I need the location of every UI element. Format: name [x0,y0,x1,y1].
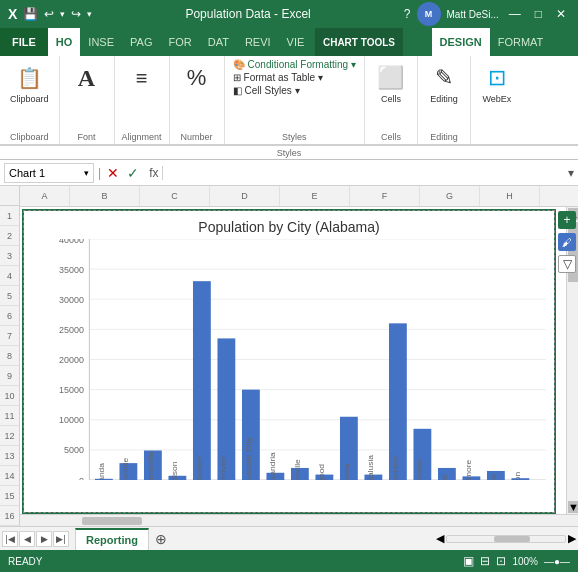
hscroll-mini-thumb[interactable] [494,536,529,542]
row-header-4[interactable]: 4 [0,266,19,286]
row-header-11[interactable]: 11 [0,406,19,426]
col-header-b[interactable]: B [70,186,140,206]
svg-text:Addison: Addison [171,462,180,480]
format-as-table-btn[interactable]: ⊞ Format as Table ▾ [229,71,360,84]
font-btn[interactable]: A [67,60,107,96]
ribbon-group-styles: 🎨 Conditional Formatting ▾ ⊞ Format as T… [225,56,365,144]
tab-nav-next[interactable]: ▶ [36,531,52,547]
zoom-slider[interactable]: —●— [544,556,570,567]
editing-icon: ✎ [428,62,460,94]
row-header-1[interactable]: 1 [0,206,19,226]
row-header-13[interactable]: 13 [0,446,19,466]
sheet-tab-reporting[interactable]: Reporting [75,528,149,550]
conditional-formatting-btn[interactable]: 🎨 Conditional Formatting ▾ [229,58,360,71]
col-header-f[interactable]: F [350,186,420,206]
help-icon[interactable]: ? [404,7,411,21]
row-header-7[interactable]: 7 [0,326,19,346]
cells-btn[interactable]: ⬜ Cells [371,60,411,106]
clipboard-buttons: 📋 Clipboard [6,60,53,142]
row-header-9[interactable]: 9 [0,366,19,386]
tab-nav-last[interactable]: ▶| [53,531,69,547]
add-sheet-button[interactable]: ⊕ [151,529,171,549]
clipboard-btn[interactable]: 📋 Clipboard [6,60,53,106]
col-header-d[interactable]: D [210,186,280,206]
corner-cell [0,186,19,206]
hscroll-mini[interactable] [446,535,566,543]
tab-nav-first[interactable]: |◀ [2,531,18,547]
page-break-btn[interactable]: ⊡ [496,554,506,568]
row-header-3[interactable]: 3 [0,246,19,266]
formula-input[interactable] [171,163,564,183]
row-header-2[interactable]: 2 [0,226,19,246]
column-headers: A B C D E F G H [20,186,578,207]
chart-style-btn[interactable]: 🖌 [558,233,576,251]
tab-review[interactable]: REVI [237,28,279,56]
conditional-formatting-label: Conditional Formatting ▾ [248,59,356,70]
page-layout-btn[interactable]: ⊟ [480,554,490,568]
formula-fx-label: fx [145,166,163,180]
tab-insert[interactable]: INSE [80,28,122,56]
font-icon: A [71,62,103,94]
cell-styles-btn[interactable]: ◧ Cell Styles ▾ [229,84,360,97]
scrollbar-down-arrow[interactable]: ▼ [568,501,578,513]
col-header-g[interactable]: G [420,186,480,206]
chart-add-element-btn[interactable]: + [558,211,576,229]
maximize-button[interactable]: □ [531,7,546,21]
tab-design[interactable]: DESIGN [432,28,490,56]
row-header-10[interactable]: 10 [0,386,19,406]
minimize-button[interactable]: — [505,7,525,21]
close-button[interactable]: ✕ [552,7,570,21]
tab-formulas[interactable]: FOR [160,28,199,56]
chart-filter-btn[interactable]: ▽ [558,255,576,273]
formula-cancel-btn[interactable]: ✕ [105,165,121,181]
col-header-e[interactable]: E [280,186,350,206]
grid-cell-area: Population by City (Alabama) [20,207,578,514]
row-header-16[interactable]: 16 [0,506,19,526]
webex-btn[interactable]: ⊡ WebEx [477,60,517,106]
col-header-c[interactable]: C [140,186,210,206]
col-header-a[interactable]: A [20,186,70,206]
svg-text:Anderson: Anderson [391,456,400,480]
row-header-14[interactable]: 14 [0,466,19,486]
row-header-15[interactable]: 15 [0,486,19,506]
tab-nav-prev[interactable]: ◀ [19,531,35,547]
quick-access-redo[interactable]: ↪ [71,7,81,21]
tab-page[interactable]: PAG [122,28,160,56]
user-avatar[interactable]: M [417,2,441,26]
normal-view-btn[interactable]: ▣ [463,554,474,568]
name-box[interactable]: Chart 1 ▾ [4,163,94,183]
tab-file[interactable]: FILE [0,28,48,56]
editing-btn[interactable]: ✎ Editing [424,60,464,106]
chart-selected-container[interactable]: Population by City (Alabama) [22,209,556,514]
tab-format[interactable]: FORMAT [490,28,552,56]
tab-view[interactable]: VIE [279,28,313,56]
row-header-8[interactable]: 8 [0,346,19,366]
tab-home[interactable]: HO [48,28,81,56]
alignment-btn[interactable]: ≡ [122,60,162,96]
quick-access-undo[interactable]: ↩ [44,7,54,21]
number-btn[interactable]: % [177,60,217,96]
horizontal-scrollbar[interactable] [20,514,578,526]
row-header-6[interactable]: 6 [0,306,19,326]
col-header-h[interactable]: H [480,186,540,206]
row-header-5[interactable]: 5 [0,286,19,306]
formula-bar: Chart 1 ▾ | ✕ ✓ fx ▾ [0,160,578,186]
name-box-arrow[interactable]: ▾ [84,168,89,178]
row-header-12[interactable]: 12 [0,426,19,446]
scrollbar-thumb-h[interactable] [82,517,142,525]
formula-expand-btn[interactable]: ▾ [568,166,574,180]
svg-text:Alexandria: Alexandria [269,452,278,480]
sheet-tabs-right: ◀ ▶ [173,532,576,545]
quick-access-undo-arrow[interactable]: ▾ [60,9,65,19]
ribbon-tabs-row: FILE HO INSE PAG FOR DAT REVI VIE ACR CH… [0,28,578,56]
formula-confirm-btn[interactable]: ✓ [125,165,141,181]
svg-text:0: 0 [79,475,84,480]
chart-body: 0 5000 10000 15000 20000 25000 30000 350… [24,239,554,504]
scroll-right-btn[interactable]: ▶ [568,532,576,545]
title-bar-right: ? M Matt DeSi... — □ ✕ [404,2,570,26]
styles-group-label: Styles [225,132,364,142]
scroll-left-btn[interactable]: ◀ [436,532,444,545]
quick-access-save[interactable]: 💾 [23,7,38,21]
svg-text:Aliceville: Aliceville [293,459,302,480]
tab-data[interactable]: DAT [200,28,237,56]
